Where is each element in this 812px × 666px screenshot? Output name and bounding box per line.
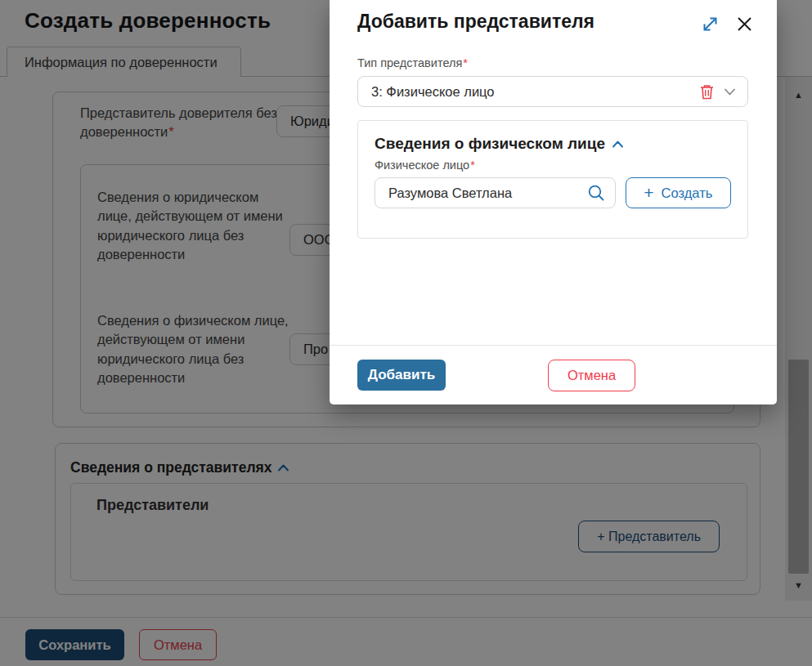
- modal-header: Добавить представителя: [330, 0, 777, 35]
- modal-body: Тип представителя* 3: Физическое лицо: [330, 35, 777, 345]
- modal-title: Добавить представителя: [357, 11, 700, 33]
- person-details-card: Сведения о физическом лице Физическое ли…: [357, 120, 748, 239]
- modal-cancel-button[interactable]: Отмена: [548, 360, 635, 391]
- modal-footer: Добавить Отмена: [330, 345, 777, 405]
- chevron-down-icon[interactable]: [724, 87, 736, 96]
- add-representative-modal: Добавить представителя Тип представителя…: [330, 0, 777, 405]
- chevron-up-icon[interactable]: [612, 140, 624, 149]
- person-search-input[interactable]: Разумова Светлана: [375, 177, 616, 208]
- representative-type-select[interactable]: 3: Физическое лицо: [357, 76, 748, 107]
- close-modal-button[interactable]: [733, 13, 756, 35]
- search-icon[interactable]: [587, 184, 605, 202]
- modal-add-button[interactable]: Добавить: [357, 360, 446, 391]
- page-root: Создать доверенность Информация по довер…: [0, 0, 812, 666]
- clear-type-button[interactable]: [698, 83, 716, 101]
- person-field-label: Физическое лицо*: [375, 159, 731, 172]
- type-field-label: Тип представителя*: [357, 56, 751, 69]
- expand-icon: [702, 16, 719, 33]
- create-person-button[interactable]: + Создать: [626, 177, 731, 208]
- required-mark: *: [470, 159, 475, 172]
- trash-icon: [700, 84, 714, 100]
- representative-type-value: 3: Физическое лицо: [371, 84, 698, 100]
- person-card-heading: Сведения о физическом лице: [375, 135, 731, 153]
- expand-modal-button[interactable]: [700, 14, 720, 34]
- required-mark: *: [463, 56, 468, 69]
- plus-icon: +: [644, 184, 653, 201]
- close-icon: [735, 15, 754, 34]
